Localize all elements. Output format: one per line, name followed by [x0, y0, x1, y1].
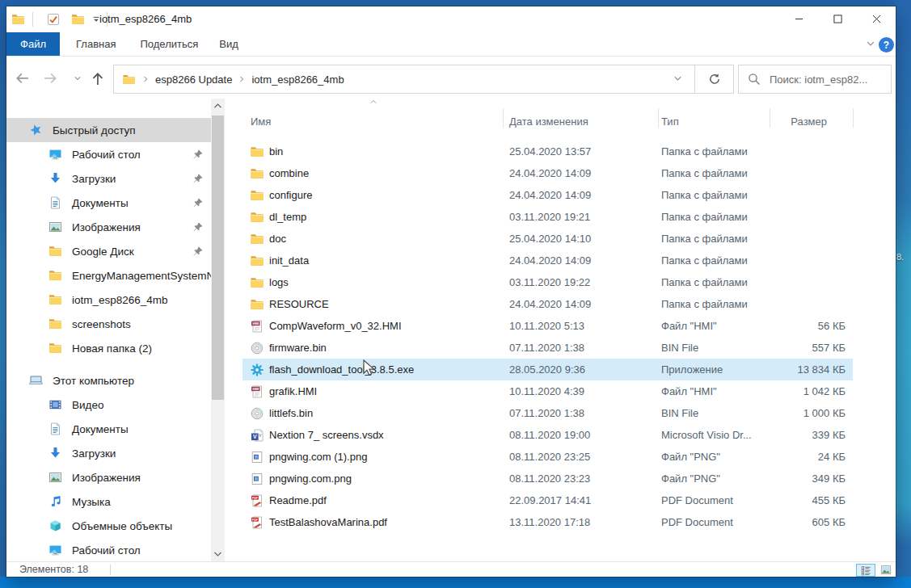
close-button[interactable]	[857, 6, 896, 31]
file-type: BIN File	[658, 342, 770, 354]
breadcrumb-item[interactable]: iotm_esp8266_4mb	[251, 74, 344, 86]
address-dropdown-chevron-icon[interactable]	[673, 74, 683, 83]
column-separator[interactable]	[853, 108, 854, 128]
sidebar-scrollbar-thumb[interactable]	[212, 116, 224, 400]
breadcrumb-item[interactable]: esp8266 Update	[155, 74, 232, 86]
sidebar-item[interactable]: Загрузки	[6, 166, 211, 191]
file-row[interactable]: pngwing.com (1).png08.11.2020 23:25Файл …	[243, 446, 853, 468]
sidebar-item[interactable]: Этот компьютер	[6, 368, 211, 393]
navigation-toolbar: esp8266 Updateiotm_esp8266_4mb	[6, 57, 896, 99]
qat-checkbox-icon[interactable]	[47, 13, 60, 26]
file-row[interactable]: init_data24.04.2020 14:09Папка с файлами	[243, 250, 853, 271]
file-row[interactable]: PDFTestBalashovaMarina.pdf13.11.2020 17:…	[243, 511, 853, 533]
help-button[interactable]: ?	[879, 37, 894, 52]
svg-text:V: V	[253, 434, 257, 439]
sidebar-item-label: Документы	[72, 423, 129, 435]
breadcrumb-chevron-icon[interactable]	[238, 75, 246, 83]
file-row[interactable]: VNextion 7_ screens.vsdx08.11.2020 19:00…	[243, 424, 853, 446]
scrollbar-up-icon[interactable]	[213, 101, 223, 111]
thumbnails-view-button[interactable]	[878, 564, 893, 576]
file-name-cell: HMICompWaveform_v0_32.HMI	[243, 320, 503, 333]
sidebar-item[interactable]: Видео	[6, 393, 211, 417]
details-view-button[interactable]	[856, 564, 875, 577]
tab-file[interactable]: Файл	[6, 32, 60, 56]
bin-file-icon	[251, 342, 264, 355]
sidebar-item-label: Быстрый доступ	[53, 124, 136, 136]
file-type: Microsoft Visio Dr...	[658, 429, 770, 441]
file-name: combine	[269, 167, 309, 179]
sidebar-item[interactable]: Документы	[6, 191, 211, 215]
column-separator[interactable]	[658, 108, 659, 128]
refresh-button[interactable]	[694, 65, 734, 94]
sidebar-item[interactable]: EnergyManagementSystemN	[6, 263, 211, 288]
file-row[interactable]: bin25.04.2020 13:57Папка с файлами	[243, 141, 853, 162]
file-size: 1 042 КБ	[770, 385, 853, 397]
file-row[interactable]: pngwing.com.png08.11.2020 23:23Файл "PNG…	[243, 468, 853, 489]
search-input[interactable]	[739, 65, 891, 93]
sort-ascending-icon[interactable]	[368, 97, 379, 107]
tab-share[interactable]: Поделиться	[138, 32, 200, 56]
address-bar[interactable]: esp8266 Updateiotm_esp8266_4mb	[113, 65, 695, 94]
sidebar-item[interactable]: Документы	[6, 417, 211, 441]
back-button-icon[interactable]	[15, 71, 29, 86]
file-row[interactable]: combine24.04.2020 14:09Папка с файлами	[243, 162, 853, 184]
sidebar-item[interactable]: Изображения	[6, 465, 211, 489]
ribbon-collapse-chevron-icon[interactable]	[865, 39, 876, 48]
sidebar-item[interactable]: Рабочий стол	[6, 538, 211, 562]
file-date: 10.11.2020 5:13	[503, 320, 658, 332]
sidebar-item[interactable]: Объемные объекты	[6, 514, 211, 538]
file-row[interactable]: firmware.bin07.11.2020 1:38BIN File557 К…	[243, 337, 853, 359]
sidebar-item-label: Рабочий стол	[72, 544, 141, 556]
tab-view[interactable]: Вид	[217, 32, 240, 56]
search-box[interactable]	[738, 65, 892, 94]
file-row[interactable]: littlefs.bin07.11.2020 1:38BIN File1 000…	[243, 402, 853, 424]
up-button-icon[interactable]	[91, 71, 105, 86]
scrollbar-down-icon[interactable]	[213, 548, 223, 559]
file-type: Папка с файлами	[658, 145, 770, 158]
file-date: 24.04.2020 14:09	[503, 254, 658, 267]
file-date: 25.04.2020 13:57	[503, 145, 658, 158]
sidebar-item[interactable]: Изображения	[6, 215, 211, 239]
column-header-size[interactable]: Размер	[770, 116, 853, 128]
column-headers: ИмяДата измененияТипРазмер	[243, 111, 853, 131]
column-header-date[interactable]: Дата изменения	[503, 116, 658, 128]
sidebar-item[interactable]: iotm_esp8266_4mb	[6, 288, 211, 312]
minimize-button[interactable]	[779, 6, 818, 31]
file-name-cell: bin	[243, 145, 503, 158]
sidebar-item[interactable]: Новая папка (2)	[6, 336, 211, 360]
column-separator[interactable]	[503, 108, 504, 128]
folder-file-icon	[251, 211, 264, 224]
sidebar-item[interactable]: screenshots	[6, 312, 211, 336]
titlebar-separator	[32, 12, 33, 27]
column-header-name[interactable]: Имя	[243, 116, 503, 128]
file-row[interactable]: HMICompWaveform_v0_32.HMI10.11.2020 5:13…	[243, 315, 853, 337]
file-row[interactable]: flash_download_tool_3.8.5.exe28.05.2020 …	[243, 359, 853, 380]
sidebar-scrollbar[interactable]	[211, 99, 225, 561]
qat-folder-icon[interactable]	[71, 13, 85, 26]
file-row[interactable]: logs03.11.2020 19:22Папка с файлами	[243, 271, 853, 293]
breadcrumb-chevron-icon[interactable]	[141, 75, 150, 83]
sidebar-item[interactable]: Google Диск	[6, 239, 211, 263]
sidebar-item[interactable]: Загрузки	[6, 441, 211, 465]
file-row[interactable]: configure24.04.2020 14:09Папка с файлами	[243, 184, 853, 206]
file-name: Readme.pdf	[269, 494, 327, 506]
file-name-cell: PDFTestBalashovaMarina.pdf	[243, 516, 503, 529]
sidebar-item[interactable]: Рабочий стол	[6, 142, 211, 166]
file-row[interactable]: dl_temp03.11.2020 19:21Папка с файлами	[243, 206, 853, 228]
sidebar-item[interactable]: Быстрый доступ	[6, 118, 211, 142]
file-date: 24.04.2020 14:09	[503, 189, 658, 201]
file-row[interactable]: PDFReadme.pdf22.09.2017 14:41PDF Documen…	[243, 489, 853, 511]
maximize-button[interactable]	[818, 6, 857, 31]
ribbon-tab-bar: ФайлГлавнаяПоделитьсяВид	[6, 32, 896, 57]
file-type: Файл "PNG"	[658, 472, 770, 485]
file-row[interactable]: doc25.04.2020 14:10Папка с файлами	[243, 228, 853, 250]
tab-home[interactable]: Главная	[74, 32, 117, 56]
column-separator[interactable]	[770, 108, 770, 128]
sidebar-item[interactable]: Музыка	[6, 489, 211, 514]
file-row[interactable]: HMIgrafik.HMI10.11.2020 4:39Файл "HMI"1 …	[243, 380, 853, 402]
recent-locations-chevron-icon[interactable]	[73, 74, 82, 82]
column-header-type[interactable]: Тип	[658, 116, 770, 128]
forward-button-icon[interactable]	[44, 71, 58, 86]
file-row[interactable]: RESOURCE24.04.2020 14:09Папка с файлами	[243, 293, 853, 315]
file-name: configure	[269, 189, 312, 201]
